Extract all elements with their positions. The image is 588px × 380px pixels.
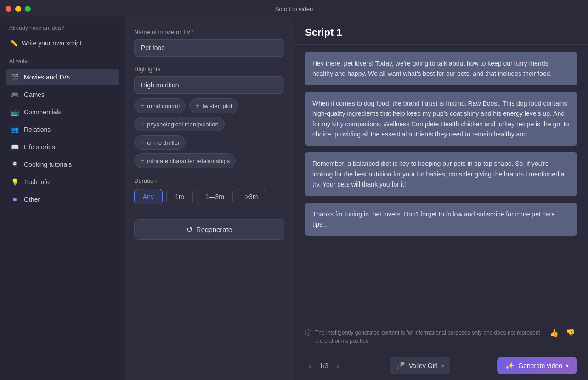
movies-icon: 🎬	[10, 73, 19, 82]
minimize-button[interactable]	[15, 6, 21, 12]
sidebar-item-cooking-label: Cooking tutorials	[24, 161, 72, 168]
life-stories-icon: 📖	[10, 142, 19, 152]
script-content: Hey there, pet lovers! Today, we're goin…	[294, 45, 588, 323]
duration-1-3m-button[interactable]: 1—3m	[197, 189, 233, 204]
sidebar-item-cooking[interactable]: 🍳 Cooking tutorials	[6, 156, 119, 173]
tag-plus-icon: +	[195, 102, 199, 110]
sidebar-item-other-label: Other	[24, 196, 40, 203]
fullscreen-button[interactable]	[25, 6, 31, 12]
next-page-button[interactable]: ›	[333, 360, 343, 372]
duration-3m-plus-button[interactable]: >3m	[237, 189, 267, 204]
duration-1m-button[interactable]: 1m	[166, 189, 192, 204]
tag-psych-manip-label: psychological manipulation	[147, 121, 218, 128]
main-highlight-tag[interactable]: High nutrition	[134, 76, 284, 94]
sidebar-item-movies[interactable]: 🎬 Movies and TVs	[6, 69, 119, 85]
sidebar-item-relations-label: Relations	[24, 126, 51, 133]
script-title: Script 1	[294, 17, 588, 45]
movie-name-input[interactable]	[134, 39, 284, 57]
tag-psych-manip[interactable]: + psychological manipulation	[134, 117, 225, 131]
voice-label: Valley Girl	[409, 362, 438, 369]
tag-mind-control[interactable]: + mind control	[134, 98, 186, 113]
sidebar-item-commercials-label: Commercials	[24, 108, 62, 116]
script-paragraph-4[interactable]: Thanks for tuning in, pet lovers! Don't …	[305, 203, 577, 236]
generate-video-icon: ✨	[505, 361, 514, 370]
thumbs-down-button[interactable]: 👎	[564, 329, 577, 337]
pagination: ‹ 1/3 ›	[305, 360, 343, 372]
tag-character-rel-label: intricate character relationships	[147, 158, 230, 164]
write-script-button[interactable]: ✏️ Write your own script	[6, 36, 119, 51]
tag-plus-icon: +	[140, 157, 144, 165]
regenerate-label: Regenerate	[196, 226, 232, 233]
tag-twisted-plot-label: twisted plot	[203, 102, 232, 109]
tag-crime-thriller-label: crime thriller	[147, 139, 180, 146]
tag-mind-control-label: mind control	[147, 102, 180, 109]
tag-row-3: + crime thriller	[134, 135, 284, 150]
regenerate-button[interactable]: ↺ Regenerate	[134, 219, 284, 240]
commercials-icon: 📺	[10, 108, 19, 117]
script-paragraph-1[interactable]: Hey there, pet lovers! Today, we're goin…	[305, 52, 577, 85]
ai-writer-label: AI writer	[6, 58, 119, 64]
sidebar-item-movies-label: Movies and TVs	[24, 74, 70, 81]
highlights-section: Highlights High nutrition + mind control…	[134, 66, 284, 168]
duration-label: Duration	[134, 177, 284, 184]
disclaimer-section: ⓘ The intelligently generated content is…	[294, 323, 588, 351]
right-panel: Script 1 Hey there, pet lovers! Today, w…	[294, 17, 588, 380]
duration-section: Duration Any 1m 1—3m >3m	[134, 177, 284, 204]
tag-character-rel[interactable]: + intricate character relationships	[134, 153, 236, 168]
duration-buttons: Any 1m 1—3m >3m	[134, 189, 284, 204]
regenerate-icon: ↺	[187, 225, 192, 234]
sidebar-item-life-stories[interactable]: 📖 Life stories	[6, 139, 119, 155]
center-panel: Name of movie or TV* Highlights High nut…	[125, 17, 294, 380]
sidebar-item-tech-label: Tech info	[24, 178, 50, 186]
voice-selector[interactable]: 🎤 Valley Girl ▾	[390, 357, 450, 374]
script-paragraph-3[interactable]: Remember, a balanced diet is key to keep…	[305, 152, 577, 196]
titlebar: Script to video	[0, 0, 588, 17]
thumbs-up-button[interactable]: 👍	[548, 329, 560, 337]
generate-chevron-icon: ▾	[566, 363, 569, 369]
required-indicator: *	[192, 28, 194, 35]
sidebar-item-tech[interactable]: 💡 Tech info	[6, 174, 119, 190]
prev-page-button[interactable]: ‹	[305, 360, 315, 372]
tech-icon: 💡	[10, 177, 19, 187]
write-script-label: Write your own script	[22, 40, 81, 47]
tag-row-2: + psychological manipulation	[134, 117, 284, 131]
window-title: Script to video	[275, 6, 313, 12]
info-icon: ⓘ	[305, 329, 311, 337]
sidebar-item-games[interactable]: 🎮 Games	[6, 86, 119, 103]
tag-plus-icon: +	[140, 138, 144, 147]
tag-plus-icon: +	[140, 102, 144, 110]
generate-video-label: Generate video	[518, 362, 562, 369]
other-icon: ≡	[10, 195, 19, 204]
sidebar: Already have an idea? ✏️ Write your own …	[0, 17, 125, 380]
duration-any-button[interactable]: Any	[134, 189, 163, 204]
generate-video-button[interactable]: ✨ Generate video ▾	[497, 357, 577, 374]
already-have-idea-label: Already have an idea?	[6, 25, 119, 31]
tag-row-1: + mind control + twisted plot	[134, 98, 284, 113]
voice-icon: 🎤	[396, 361, 405, 370]
cooking-icon: 🍳	[10, 160, 19, 169]
name-field-label: Name of movie or TV*	[134, 28, 284, 35]
pencil-icon: ✏️	[10, 40, 18, 47]
script-paragraph-2[interactable]: When it comes to dog food, the brand I t…	[305, 92, 577, 146]
games-icon: 🎮	[10, 90, 19, 99]
main-layout: Already have an idea? ✏️ Write your own …	[0, 17, 588, 380]
sidebar-item-relations[interactable]: 👥 Relations	[6, 121, 119, 138]
sidebar-item-commercials[interactable]: 📺 Commercials	[6, 104, 119, 120]
tag-row-4: + intricate character relationships	[134, 153, 284, 168]
close-button[interactable]	[6, 6, 11, 12]
voice-chevron-icon: ▾	[441, 363, 444, 369]
tag-crime-thriller[interactable]: + crime thriller	[134, 135, 186, 150]
feedback-buttons: 👍 👎	[548, 329, 577, 337]
disclaimer-text: The intelligently generated content is f…	[315, 329, 540, 345]
relations-icon: 👥	[10, 125, 19, 134]
sidebar-item-games-label: Games	[24, 91, 45, 98]
script-footer: ‹ 1/3 › 🎤 Valley Girl ▾ ✨ Generate video…	[294, 351, 588, 380]
sidebar-item-life-label: Life stories	[24, 143, 55, 151]
traffic-lights	[6, 6, 31, 12]
page-indicator: 1/3	[319, 362, 328, 369]
highlights-label: Highlights	[134, 66, 284, 73]
sidebar-item-other[interactable]: ≡ Other	[6, 191, 119, 208]
tag-plus-icon: +	[140, 120, 144, 128]
tag-twisted-plot[interactable]: + twisted plot	[189, 98, 238, 113]
